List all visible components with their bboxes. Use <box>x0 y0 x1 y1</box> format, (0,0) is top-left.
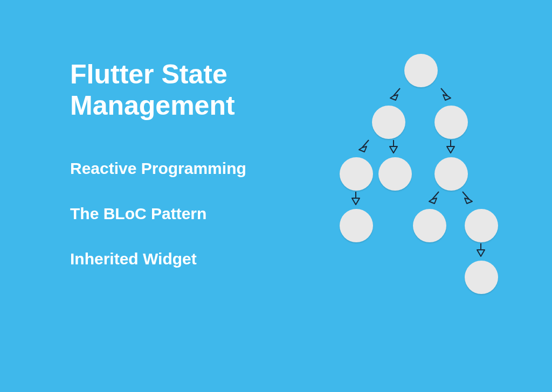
subtitle-reactive: Reactive Programming <box>70 159 246 178</box>
svg-marker-13 <box>429 198 437 204</box>
arrow-icon <box>459 191 475 209</box>
svg-marker-3 <box>443 95 451 100</box>
tree-node <box>465 261 498 294</box>
tree-node <box>378 157 412 191</box>
subtitle-inherited: Inherited Widget <box>70 249 246 269</box>
svg-marker-9 <box>447 146 454 153</box>
tree-node <box>340 157 373 191</box>
tree-node <box>372 106 405 139</box>
svg-marker-15 <box>465 198 472 204</box>
arrow-icon <box>426 191 442 209</box>
title-line-1: Flutter State <box>70 59 227 89</box>
tree-node <box>413 209 446 242</box>
tree-node-root <box>404 54 438 87</box>
svg-marker-5 <box>359 146 367 152</box>
tree-node <box>434 157 468 191</box>
arrow-icon <box>349 191 362 209</box>
tree-node <box>434 106 468 139</box>
arrow-icon <box>387 139 400 157</box>
svg-marker-11 <box>352 198 360 205</box>
arrow-icon <box>474 242 487 261</box>
arrow-icon <box>444 139 457 157</box>
svg-marker-1 <box>390 95 398 100</box>
arrow-icon <box>356 139 372 157</box>
title-line-2: Management <box>70 90 235 121</box>
widget-tree-diagram <box>318 54 534 355</box>
arrow-icon <box>438 87 454 106</box>
tree-node <box>465 209 498 242</box>
page-title: Flutter State Management <box>70 59 246 121</box>
subtitle-bloc: The BLoC Pattern <box>70 204 246 223</box>
arrow-icon <box>387 87 403 106</box>
tree-node <box>340 209 373 242</box>
svg-marker-7 <box>390 146 397 153</box>
svg-marker-17 <box>477 250 485 256</box>
text-block: Flutter State Management Reactive Progra… <box>70 59 246 295</box>
